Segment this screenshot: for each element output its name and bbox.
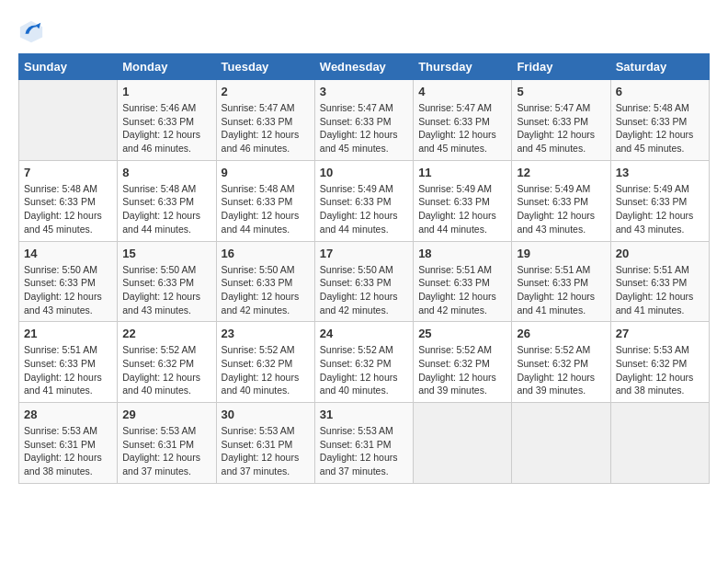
day-number: 26 <box>517 327 605 340</box>
week-row-5: 28Sunrise: 5:53 AMSunset: 6:31 PMDayligh… <box>19 403 710 484</box>
calendar-cell: 24Sunrise: 5:52 AMSunset: 6:32 PMDayligh… <box>314 322 413 403</box>
day-info: Sunrise: 5:47 AMSunset: 6:33 PMDaylight:… <box>418 101 506 155</box>
day-number: 27 <box>616 327 704 340</box>
logo-icon <box>18 18 44 44</box>
calendar-header-row: SundayMondayTuesdayWednesdayThursdayFrid… <box>19 54 710 80</box>
calendar-cell: 22Sunrise: 5:52 AMSunset: 6:32 PMDayligh… <box>118 322 216 403</box>
calendar-cell <box>512 403 610 484</box>
day-info: Sunrise: 5:49 AMSunset: 6:33 PMDaylight:… <box>616 182 704 236</box>
day-number: 8 <box>122 166 210 179</box>
day-info: Sunrise: 5:49 AMSunset: 6:33 PMDaylight:… <box>320 182 408 236</box>
calendar-cell: 3Sunrise: 5:47 AMSunset: 6:33 PMDaylight… <box>314 80 413 161</box>
day-info: Sunrise: 5:48 AMSunset: 6:33 PMDaylight:… <box>616 101 704 155</box>
calendar-cell: 14Sunrise: 5:50 AMSunset: 6:33 PMDayligh… <box>19 241 118 322</box>
calendar-cell: 30Sunrise: 5:53 AMSunset: 6:31 PMDayligh… <box>216 403 314 484</box>
day-number: 28 <box>24 408 112 421</box>
day-number: 9 <box>222 166 310 179</box>
header-tuesday: Tuesday <box>216 54 314 80</box>
day-number: 24 <box>320 327 408 340</box>
day-number: 23 <box>222 327 310 340</box>
day-info: Sunrise: 5:52 AMSunset: 6:32 PMDaylight:… <box>122 343 210 397</box>
calendar-cell: 18Sunrise: 5:51 AMSunset: 6:33 PMDayligh… <box>414 241 512 322</box>
day-info: Sunrise: 5:53 AMSunset: 6:31 PMDaylight:… <box>222 424 310 478</box>
calendar-cell: 31Sunrise: 5:53 AMSunset: 6:31 PMDayligh… <box>314 403 413 484</box>
calendar-cell: 9Sunrise: 5:48 AMSunset: 6:33 PMDaylight… <box>216 160 314 241</box>
header-sunday: Sunday <box>19 54 118 80</box>
page-header <box>18 18 710 44</box>
day-info: Sunrise: 5:53 AMSunset: 6:31 PMDaylight:… <box>122 424 210 478</box>
week-row-4: 21Sunrise: 5:51 AMSunset: 6:33 PMDayligh… <box>19 322 710 403</box>
day-info: Sunrise: 5:48 AMSunset: 6:33 PMDaylight:… <box>24 182 112 236</box>
day-number: 25 <box>418 327 506 340</box>
calendar-cell: 21Sunrise: 5:51 AMSunset: 6:33 PMDayligh… <box>19 322 118 403</box>
day-number: 31 <box>320 408 408 421</box>
calendar-cell: 25Sunrise: 5:52 AMSunset: 6:32 PMDayligh… <box>414 322 512 403</box>
day-info: Sunrise: 5:47 AMSunset: 6:33 PMDaylight:… <box>320 101 408 155</box>
week-row-3: 14Sunrise: 5:50 AMSunset: 6:33 PMDayligh… <box>19 241 710 322</box>
calendar-table: SundayMondayTuesdayWednesdayThursdayFrid… <box>18 53 710 484</box>
calendar-cell: 19Sunrise: 5:51 AMSunset: 6:33 PMDayligh… <box>512 241 610 322</box>
day-number: 5 <box>517 85 605 98</box>
day-number: 10 <box>320 166 408 179</box>
day-info: Sunrise: 5:52 AMSunset: 6:32 PMDaylight:… <box>222 343 310 397</box>
day-number: 17 <box>320 247 408 260</box>
day-number: 11 <box>418 166 506 179</box>
calendar-cell: 20Sunrise: 5:51 AMSunset: 6:33 PMDayligh… <box>610 241 709 322</box>
day-info: Sunrise: 5:53 AMSunset: 6:31 PMDaylight:… <box>320 424 408 478</box>
calendar-cell: 1Sunrise: 5:46 AMSunset: 6:33 PMDaylight… <box>118 80 216 161</box>
calendar-cell <box>610 403 709 484</box>
header-wednesday: Wednesday <box>314 54 413 80</box>
day-info: Sunrise: 5:49 AMSunset: 6:33 PMDaylight:… <box>517 182 605 236</box>
calendar-cell: 6Sunrise: 5:48 AMSunset: 6:33 PMDaylight… <box>610 80 709 161</box>
calendar-cell: 15Sunrise: 5:50 AMSunset: 6:33 PMDayligh… <box>118 241 216 322</box>
calendar-cell: 29Sunrise: 5:53 AMSunset: 6:31 PMDayligh… <box>118 403 216 484</box>
calendar-cell <box>19 80 118 161</box>
day-info: Sunrise: 5:53 AMSunset: 6:31 PMDaylight:… <box>24 424 112 478</box>
day-info: Sunrise: 5:50 AMSunset: 6:33 PMDaylight:… <box>320 263 408 317</box>
day-info: Sunrise: 5:50 AMSunset: 6:33 PMDaylight:… <box>24 263 112 317</box>
day-number: 15 <box>122 247 210 260</box>
day-number: 1 <box>122 85 210 98</box>
day-info: Sunrise: 5:46 AMSunset: 6:33 PMDaylight:… <box>122 101 210 155</box>
day-number: 18 <box>418 247 506 260</box>
day-info: Sunrise: 5:51 AMSunset: 6:33 PMDaylight:… <box>517 263 605 317</box>
day-number: 3 <box>320 85 408 98</box>
week-row-1: 1Sunrise: 5:46 AMSunset: 6:33 PMDaylight… <box>19 80 710 161</box>
calendar-cell: 4Sunrise: 5:47 AMSunset: 6:33 PMDaylight… <box>414 80 512 161</box>
header-friday: Friday <box>512 54 610 80</box>
day-info: Sunrise: 5:53 AMSunset: 6:32 PMDaylight:… <box>616 343 704 397</box>
calendar-cell: 7Sunrise: 5:48 AMSunset: 6:33 PMDaylight… <box>19 160 118 241</box>
day-number: 2 <box>222 85 310 98</box>
calendar-cell: 27Sunrise: 5:53 AMSunset: 6:32 PMDayligh… <box>610 322 709 403</box>
day-number: 4 <box>418 85 506 98</box>
calendar-cell: 2Sunrise: 5:47 AMSunset: 6:33 PMDaylight… <box>216 80 314 161</box>
calendar-cell: 17Sunrise: 5:50 AMSunset: 6:33 PMDayligh… <box>314 241 413 322</box>
calendar-cell: 26Sunrise: 5:52 AMSunset: 6:32 PMDayligh… <box>512 322 610 403</box>
day-number: 7 <box>24 166 112 179</box>
header-saturday: Saturday <box>610 54 709 80</box>
day-number: 21 <box>24 327 112 340</box>
day-info: Sunrise: 5:52 AMSunset: 6:32 PMDaylight:… <box>517 343 605 397</box>
day-number: 20 <box>616 247 704 260</box>
day-number: 30 <box>222 408 310 421</box>
calendar-cell <box>414 403 512 484</box>
calendar-cell: 28Sunrise: 5:53 AMSunset: 6:31 PMDayligh… <box>19 403 118 484</box>
day-info: Sunrise: 5:50 AMSunset: 6:33 PMDaylight:… <box>222 263 310 317</box>
day-number: 13 <box>616 166 704 179</box>
day-number: 19 <box>517 247 605 260</box>
day-number: 22 <box>122 327 210 340</box>
calendar-cell: 12Sunrise: 5:49 AMSunset: 6:33 PMDayligh… <box>512 160 610 241</box>
logo <box>18 18 48 44</box>
day-number: 29 <box>122 408 210 421</box>
calendar-cell: 10Sunrise: 5:49 AMSunset: 6:33 PMDayligh… <box>314 160 413 241</box>
calendar-cell: 23Sunrise: 5:52 AMSunset: 6:32 PMDayligh… <box>216 322 314 403</box>
day-info: Sunrise: 5:51 AMSunset: 6:33 PMDaylight:… <box>418 263 506 317</box>
day-info: Sunrise: 5:47 AMSunset: 6:33 PMDaylight:… <box>517 101 605 155</box>
day-number: 6 <box>616 85 704 98</box>
day-info: Sunrise: 5:47 AMSunset: 6:33 PMDaylight:… <box>222 101 310 155</box>
header-monday: Monday <box>118 54 216 80</box>
day-info: Sunrise: 5:49 AMSunset: 6:33 PMDaylight:… <box>418 182 506 236</box>
day-number: 12 <box>517 166 605 179</box>
calendar-cell: 11Sunrise: 5:49 AMSunset: 6:33 PMDayligh… <box>414 160 512 241</box>
day-info: Sunrise: 5:52 AMSunset: 6:32 PMDaylight:… <box>320 343 408 397</box>
